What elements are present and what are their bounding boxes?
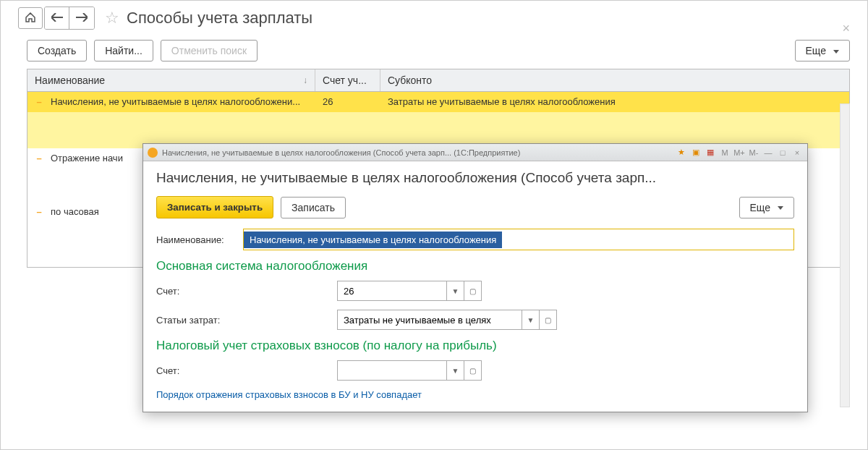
vertical-scrollbar[interactable] (840, 103, 850, 407)
chevron-down-icon[interactable]: ▼ (446, 281, 464, 300)
section-main-tax: Основная система налогообложения (156, 259, 794, 273)
tb-tool-icon[interactable]: ▣ (690, 147, 702, 158)
section-insurance-tax: Налоговый учет страховых взносов (по нал… (156, 339, 794, 353)
open-ref-icon[interactable]: ▢ (539, 310, 556, 329)
back-button[interactable] (45, 7, 69, 29)
item-marker-icon: – (35, 206, 43, 217)
tb-close-icon[interactable]: × (791, 147, 803, 158)
tb-mplus-icon[interactable]: M+ (733, 147, 745, 158)
account2-input[interactable] (338, 361, 446, 380)
account-input[interactable] (338, 281, 446, 300)
account2-label: Счет: (156, 365, 337, 376)
save-close-button[interactable]: Записать и закрыть (156, 196, 273, 218)
col-header-subkonto[interactable]: Субконто (380, 69, 849, 91)
cell-account: 26 (315, 92, 380, 111)
tb-calc-icon[interactable]: ▦ (705, 147, 716, 158)
save-button[interactable]: Записать (281, 197, 346, 218)
name-field[interactable]: Начисления, не учитываемые в целях налог… (243, 229, 794, 250)
create-button[interactable]: Создать (27, 40, 87, 61)
chevron-down-icon[interactable]: ▼ (446, 361, 464, 380)
cancel-search-button[interactable]: Отменить поиск (161, 40, 258, 61)
cell-name: Отражение начи (51, 153, 123, 164)
tb-favorite-icon[interactable]: ★ (676, 147, 687, 158)
table-row[interactable]: – Начисления, не учитываемые в целях нал… (27, 92, 849, 112)
app-1c-icon (148, 148, 158, 158)
tb-m-icon[interactable]: M (719, 147, 731, 158)
grid-header: Наименование ↓ Счет уч... Субконто (27, 69, 849, 92)
page-title: Способы учета зарплаты (127, 9, 312, 27)
dialog-titlebar[interactable]: Начисления, не учитываемые в целях налог… (143, 144, 807, 161)
home-icon (25, 12, 36, 25)
cell-name: по часовая (51, 206, 99, 217)
arrow-right-icon (76, 13, 88, 24)
dialog-more-button[interactable]: Еще (739, 197, 795, 218)
edit-dialog: Начисления, не учитываемые в целях налог… (142, 143, 808, 412)
close-icon[interactable]: × (842, 21, 850, 36)
cell-subkonto: Затраты не учитываемые в целях налогообл… (380, 92, 849, 111)
account2-combo[interactable]: ▼ ▢ (337, 360, 482, 381)
open-ref-icon[interactable]: ▢ (464, 281, 481, 300)
open-ref-icon[interactable]: ▢ (464, 361, 481, 380)
item-marker-icon: – (35, 153, 43, 164)
sort-indicator-icon: ↓ (303, 75, 307, 85)
name-label: Наименование: (156, 234, 243, 245)
more-button[interactable]: Еще (795, 40, 851, 61)
account-label: Счет: (156, 286, 337, 297)
home-button[interactable] (18, 7, 43, 29)
item-marker-icon: – (35, 96, 43, 107)
chevron-down-icon[interactable]: ▼ (522, 310, 539, 329)
cost-items-label: Статьи затрат: (156, 315, 337, 326)
arrow-left-icon (51, 13, 63, 24)
name-field-value: Начисления, не учитываемые в целях налог… (244, 232, 502, 248)
dialog-header: Начисления, не учитываемые в целях налог… (156, 170, 794, 186)
cost-items-input[interactable] (338, 310, 522, 329)
insurance-note-link[interactable]: Порядок отражения страховых взносов в БУ… (156, 389, 794, 400)
col-header-account[interactable]: Счет уч... (315, 69, 380, 91)
cost-items-combo[interactable]: ▼ ▢ (337, 310, 557, 330)
account-combo[interactable]: ▼ ▢ (337, 281, 482, 301)
tb-mminus-icon[interactable]: M- (748, 147, 760, 158)
tb-maximize-icon[interactable]: □ (777, 147, 788, 158)
find-button[interactable]: Найти... (94, 40, 153, 61)
col-header-name[interactable]: Наименование ↓ (27, 69, 315, 91)
forward-button[interactable] (69, 7, 94, 29)
cell-name: Начисления, не учитываемые в целях налог… (51, 96, 300, 107)
star-icon[interactable]: ☆ (105, 9, 119, 27)
dialog-titlebar-text: Начисления, не учитываемые в целях налог… (162, 148, 520, 157)
tb-minimize-icon[interactable]: — (762, 147, 774, 158)
